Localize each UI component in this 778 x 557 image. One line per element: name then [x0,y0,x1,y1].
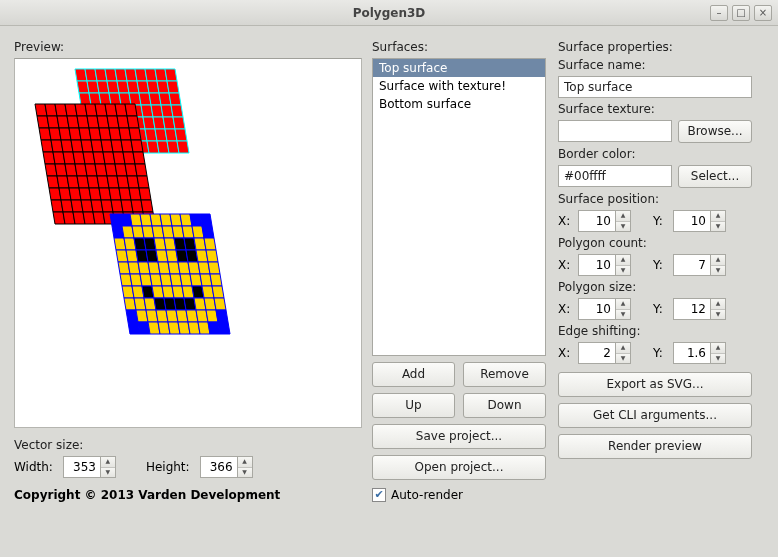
count-x-label: X: [558,258,572,272]
down-arrow-icon[interactable]: ▼ [101,468,115,478]
surfaces-label: Surfaces: [372,40,550,54]
polygon-count-label: Polygon count: [558,236,756,250]
height-input[interactable] [201,457,237,477]
up-arrow-icon[interactable]: ▲ [711,343,725,354]
down-arrow-icon[interactable]: ▼ [616,354,630,364]
surfaces-listbox[interactable]: Top surfaceSurface with texture!Bottom s… [372,58,546,356]
size-x-spinner[interactable]: ▲▼ [578,298,631,320]
position-x-spinner[interactable]: ▲▼ [578,210,631,232]
size-y-input[interactable] [674,299,710,319]
width-label: Width: [14,460,53,474]
position-y-input[interactable] [674,211,710,231]
minimize-icon[interactable]: – [710,5,728,21]
up-arrow-icon[interactable]: ▲ [101,457,115,468]
position-y-spinner[interactable]: ▲▼ [673,210,726,232]
up-arrow-icon[interactable]: ▲ [616,211,630,222]
width-input[interactable] [64,457,100,477]
height-label: Height: [146,460,190,474]
down-arrow-icon[interactable]: ▼ [616,222,630,232]
size-y-label: Y: [653,302,667,316]
up-arrow-icon[interactable]: ▲ [711,255,725,266]
add-button[interactable]: Add [372,362,455,387]
surface-name-input[interactable] [558,76,752,98]
count-x-input[interactable] [579,255,615,275]
position-x-input[interactable] [579,211,615,231]
select-color-button[interactable]: Select... [678,165,752,188]
down-arrow-icon[interactable]: ▼ [711,222,725,232]
shift-x-spinner[interactable]: ▲▼ [578,342,631,364]
window-title: Polygen3D [353,6,426,20]
up-button[interactable]: Up [372,393,455,418]
size-y-spinner[interactable]: ▲▼ [673,298,726,320]
position-x-label: X: [558,214,572,228]
preview-label: Preview: [14,40,364,54]
preview-canvas: (function(){ var ns="http://www.w3.org/2… [14,58,362,428]
surfaces-item[interactable]: Bottom surface [373,95,545,113]
up-arrow-icon[interactable]: ▲ [616,255,630,266]
count-y-input[interactable] [674,255,710,275]
up-arrow-icon[interactable]: ▲ [238,457,252,468]
surface-texture-label: Surface texture: [558,102,756,116]
auto-render-checkbox[interactable]: ✔ [372,488,386,502]
border-color-input[interactable] [558,165,672,187]
height-spinner[interactable]: ▲▼ [200,456,253,478]
edge-shifting-label: Edge shifting: [558,324,756,338]
down-arrow-icon[interactable]: ▼ [711,266,725,276]
polygon-size-label: Polygon size: [558,280,756,294]
shift-x-input[interactable] [579,343,615,363]
remove-button[interactable]: Remove [463,362,546,387]
up-arrow-icon[interactable]: ▲ [711,211,725,222]
down-arrow-icon[interactable]: ▼ [711,310,725,320]
shift-y-spinner[interactable]: ▲▼ [673,342,726,364]
browse-button[interactable]: Browse... [678,120,752,143]
count-x-spinner[interactable]: ▲▼ [578,254,631,276]
open-project-button[interactable]: Open project... [372,455,546,480]
down-arrow-icon[interactable]: ▼ [616,266,630,276]
render-preview-button[interactable]: Render preview [558,434,752,459]
export-svg-button[interactable]: Export as SVG... [558,372,752,397]
count-y-label: Y: [653,258,667,272]
copyright: Copyright © 2013 Varden Development [14,488,364,502]
surface-texture-input[interactable] [558,120,672,142]
surfaces-item[interactable]: Surface with texture! [373,77,545,95]
auto-render-label: Auto-render [391,488,463,502]
up-arrow-icon[interactable]: ▲ [616,299,630,310]
shift-y-label: Y: [653,346,667,360]
close-icon[interactable]: × [754,5,772,21]
down-arrow-icon[interactable]: ▼ [238,468,252,478]
position-y-label: Y: [653,214,667,228]
size-x-input[interactable] [579,299,615,319]
size-x-label: X: [558,302,572,316]
shift-y-input[interactable] [674,343,710,363]
surface-properties-label: Surface properties: [558,40,756,54]
shift-x-label: X: [558,346,572,360]
vector-size-label: Vector size: [14,438,364,452]
save-project-button[interactable]: Save project... [372,424,546,449]
titlebar: Polygen3D – □ × [0,0,778,26]
border-color-label: Border color: [558,147,756,161]
up-arrow-icon[interactable]: ▲ [711,299,725,310]
cli-arguments-button[interactable]: Get CLI arguments... [558,403,752,428]
surfaces-item[interactable]: Top surface [373,59,545,77]
maximize-icon[interactable]: □ [732,5,750,21]
down-button[interactable]: Down [463,393,546,418]
surface-name-label: Surface name: [558,58,756,72]
width-spinner[interactable]: ▲▼ [63,456,116,478]
surface-position-label: Surface position: [558,192,756,206]
count-y-spinner[interactable]: ▲▼ [673,254,726,276]
down-arrow-icon[interactable]: ▼ [616,310,630,320]
up-arrow-icon[interactable]: ▲ [616,343,630,354]
down-arrow-icon[interactable]: ▼ [711,354,725,364]
